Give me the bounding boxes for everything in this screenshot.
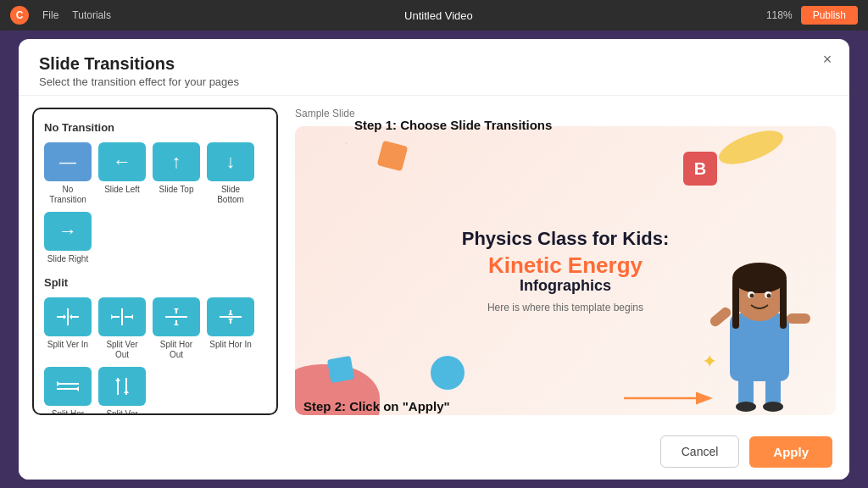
preview-panel: Sample Slide Step 1: Choose Slide Transi…	[292, 96, 849, 427]
svg-rect-31	[732, 278, 739, 329]
svg-marker-19	[228, 319, 233, 321]
modal-body: No Transition — NoTransition ← Slide Lef…	[19, 96, 849, 427]
svg-marker-17	[228, 313, 233, 315]
deco-blob-yellow	[715, 126, 787, 171]
top-nav: File Tutorials	[42, 9, 111, 21]
document-title: Untitled Video	[125, 9, 753, 22]
transition-split-hor-out[interactable]: Split HorOut	[153, 297, 200, 360]
svg-marker-27	[124, 390, 129, 393]
slide-left-icon: ←	[98, 142, 146, 181]
split-hor-label: Split Hor	[52, 409, 84, 415]
slide-title-infographics: Infographics	[462, 277, 670, 295]
slide-transitions-modal: Slide Transitions Select the transition …	[19, 39, 849, 480]
slide-text-area: Physics Class for Kids: Kinetic Energy I…	[462, 228, 670, 314]
slide-title-accent: Kinetic Energy	[462, 253, 670, 278]
split-hor-icon	[44, 367, 92, 406]
transition-no-transition[interactable]: — NoTransition	[44, 142, 92, 205]
svg-marker-26	[115, 380, 120, 383]
transition-split-ver[interactable]: Split Ver	[98, 367, 146, 415]
top-bar-right: 118% Publish	[766, 6, 858, 25]
split-ver-out-icon	[98, 297, 146, 336]
svg-marker-14	[174, 323, 179, 325]
step2-annotation: Step 2: Click on "Apply"	[303, 399, 450, 413]
slide-right-icon: →	[44, 212, 92, 251]
modal-close-button[interactable]: ×	[817, 49, 837, 69]
slide-left-label: Slide Left	[104, 185, 140, 195]
split-transition-grid: Split Ver In Split VerOut Split HorOut	[44, 297, 266, 415]
slide-bottom-icon: ↓	[207, 142, 254, 181]
app-logo: C	[10, 6, 29, 25]
slide-title-main: Physics Class for Kids:	[462, 228, 670, 250]
publish-button[interactable]: Publish	[801, 6, 858, 25]
split-ver-label: Split Ver	[106, 409, 137, 415]
transition-slide-top[interactable]: ↑ Slide Top	[153, 142, 200, 205]
split-ver-in-icon	[44, 297, 92, 336]
slide-top-label: Slide Top	[159, 185, 194, 195]
no-transition-label: NoTransition	[49, 185, 86, 205]
no-transition-section-label: No Transition	[44, 121, 266, 134]
slide-tagline: Here is where this template begins	[462, 302, 670, 313]
transition-split-ver-in[interactable]: Split Ver In	[44, 297, 92, 360]
split-hor-out-icon	[153, 297, 200, 336]
slide-top-icon: ↑	[153, 142, 200, 181]
cancel-button[interactable]: Cancel	[660, 435, 740, 468]
svg-marker-2	[64, 314, 66, 319]
svg-point-35	[750, 294, 754, 298]
step1-annotation: Step 1: Choose Slide Transitions	[354, 118, 552, 132]
split-ver-out-label: Split VerOut	[106, 340, 137, 360]
slide-bottom-label: SlideBottom	[217, 185, 244, 205]
split-hor-in-label: Split Hor In	[209, 340, 251, 350]
svg-point-30	[732, 263, 787, 293]
svg-rect-38	[787, 313, 810, 324]
no-transition-grid: — NoTransition ← Slide Left ↑	[44, 142, 266, 264]
file-menu[interactable]: File	[42, 9, 58, 21]
step1-arrow	[346, 135, 558, 186]
svg-marker-7	[111, 314, 114, 319]
svg-marker-12	[174, 308, 179, 311]
apply-button[interactable]: Apply	[749, 436, 832, 468]
transition-slide-right[interactable]: → Slide Right	[44, 212, 92, 264]
tutorials-menu[interactable]: Tutorials	[72, 9, 111, 21]
split-hor-in-icon	[207, 297, 254, 336]
transition-split-ver-out[interactable]: Split VerOut	[98, 297, 146, 360]
svg-point-36	[767, 294, 771, 298]
no-transition-icon: —	[44, 142, 92, 181]
transition-split-hor[interactable]: Split Hor	[44, 367, 92, 415]
modal-subtitle: Select the transition effect for your pa…	[39, 75, 829, 88]
svg-point-42	[763, 402, 783, 412]
deco-puzzle-blue	[327, 356, 354, 383]
svg-marker-4	[70, 314, 72, 319]
svg-point-41	[736, 402, 756, 412]
deco-cube: B	[683, 152, 717, 186]
split-hor-out-label: Split HorOut	[160, 340, 192, 360]
svg-marker-23	[75, 386, 79, 391]
step2-arrow	[624, 381, 726, 415]
zoom-level: 118%	[766, 9, 793, 21]
svg-rect-37	[708, 305, 732, 328]
modal-header: Slide Transitions Select the transition …	[19, 39, 849, 96]
top-bar: C File Tutorials Untitled Video 118% Pub…	[0, 0, 868, 30]
split-ver-in-label: Split Ver In	[47, 340, 88, 350]
transition-slide-left[interactable]: ← Slide Left	[98, 142, 146, 205]
transitions-panel: No Transition — NoTransition ← Slide Lef…	[32, 108, 278, 415]
split-section-label: Split	[44, 276, 266, 289]
slide-right-label: Slide Right	[47, 254, 88, 264]
transition-slide-bottom[interactable]: ↓ SlideBottom	[207, 142, 254, 205]
split-ver-icon	[98, 367, 146, 406]
modal-title: Slide Transitions	[39, 54, 829, 74]
svg-marker-9	[131, 314, 133, 319]
modal-footer: Cancel Apply	[19, 427, 849, 480]
svg-rect-32	[780, 278, 787, 329]
transition-split-hor-in[interactable]: Split Hor In	[207, 297, 254, 360]
deco-circle-blue	[431, 356, 465, 390]
svg-marker-22	[57, 381, 60, 386]
modal-overlay: Slide Transitions Select the transition …	[0, 30, 868, 488]
